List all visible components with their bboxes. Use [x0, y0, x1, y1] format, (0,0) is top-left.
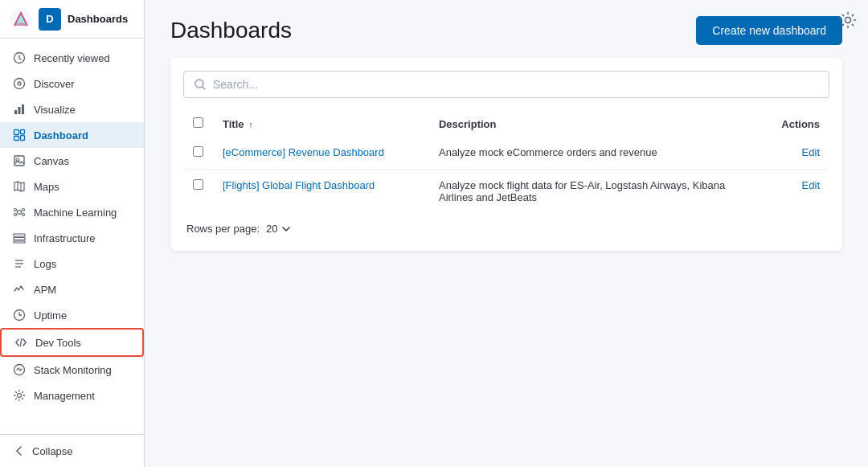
dashboard-icon — [13, 129, 26, 141]
select-all-checkbox-cell — [183, 111, 213, 137]
row2-description: Analyze mock flight data for ES-Air, Log… — [439, 179, 725, 203]
sidebar-item-label: Maps — [34, 181, 59, 193]
devtools-icon — [14, 336, 27, 349]
apm-icon — [13, 283, 26, 296]
row2-edit-button[interactable]: Edit — [802, 179, 820, 191]
sidebar-item-label: Stack Monitoring — [34, 364, 112, 376]
row1-checkbox-cell — [183, 137, 213, 170]
sidebar-item-label: Logs — [34, 258, 56, 270]
page-header: Dashboards Create new dashboard — [145, 0, 868, 58]
row1-description-cell: Analyze mock eCommerce orders and revenu… — [429, 137, 735, 170]
title-column-header[interactable]: Title ↑ — [213, 111, 429, 137]
svg-rect-25 — [14, 238, 25, 240]
app-icon: D — [39, 8, 61, 31]
sidebar-item-recently-viewed[interactable]: Recently viewed — [0, 45, 144, 71]
sidebar-app-title: Dashboards — [68, 13, 128, 25]
svg-point-16 — [14, 209, 17, 211]
row1-edit-button[interactable]: Edit — [802, 146, 820, 158]
row2-actions-cell: Edit — [735, 170, 829, 214]
create-dashboard-button[interactable]: Create new dashboard — [696, 16, 842, 45]
table-header-row: Title ↑ Description Actions — [183, 111, 829, 137]
rows-per-page-value: 20 — [266, 223, 277, 235]
svg-point-18 — [14, 214, 17, 216]
rows-per-page-bar: Rows per page: 20 — [183, 213, 829, 238]
monitoring-icon — [13, 363, 26, 376]
svg-rect-10 — [21, 136, 25, 141]
rows-per-page-label: Rows per page: — [186, 223, 260, 235]
search-input[interactable] — [213, 78, 819, 91]
sidebar-item-label: APM — [34, 284, 56, 296]
sidebar-item-dashboard[interactable]: Dashboard — [0, 122, 144, 148]
sidebar-item-uptime[interactable]: Uptime — [0, 302, 144, 328]
uptime-icon — [13, 309, 26, 322]
actions-col-label: Actions — [781, 118, 820, 130]
management-icon — [13, 389, 26, 402]
compass-icon — [13, 77, 26, 90]
sidebar-item-canvas[interactable]: Canvas — [0, 148, 144, 174]
rows-per-page-select[interactable]: 20 — [266, 223, 290, 235]
main-content: Dashboards Create new dashboard Title ↑ — [145, 0, 868, 467]
chart-icon — [13, 103, 26, 116]
actions-column-header: Actions — [735, 111, 829, 137]
collapse-icon — [13, 444, 26, 457]
sort-asc-icon: ↑ — [248, 120, 253, 129]
sidebar-item-discover[interactable]: Discover — [0, 71, 144, 96]
sidebar-item-infrastructure[interactable]: Infrastructure — [0, 225, 144, 251]
row2-title-cell: [Flights] Global Flight Dashboard — [213, 170, 429, 214]
svg-rect-6 — [22, 104, 24, 114]
row1-title-link[interactable]: [eCommerce] Revenue Dashboard — [223, 146, 384, 158]
row2-checkbox[interactable] — [193, 179, 203, 190]
sidebar-item-apm[interactable]: APM — [0, 277, 144, 302]
kibana-logo-icon — [10, 8, 32, 31]
svg-rect-26 — [14, 241, 25, 243]
chevron-down-icon — [281, 224, 291, 234]
sidebar-item-label: Discover — [34, 78, 75, 90]
row1-description: Analyze mock eCommerce orders and revenu… — [439, 146, 657, 158]
svg-point-19 — [23, 214, 25, 216]
row1-checkbox[interactable] — [193, 146, 203, 157]
svg-rect-4 — [14, 110, 17, 114]
ml-icon — [13, 206, 26, 219]
search-bar — [183, 71, 829, 98]
sidebar-item-label: Dev Tools — [35, 337, 81, 349]
svg-line-36 — [203, 87, 205, 89]
svg-point-17 — [23, 209, 25, 211]
sidebar-item-machine-learning[interactable]: Machine Learning — [0, 199, 144, 225]
sidebar-item-label: Uptime — [34, 309, 67, 322]
logs-icon — [13, 257, 26, 270]
map-icon — [13, 180, 26, 193]
svg-rect-7 — [14, 130, 19, 135]
collapse-label: Collapse — [32, 445, 73, 457]
canvas-icon — [13, 154, 26, 167]
svg-rect-5 — [18, 107, 21, 114]
svg-line-22 — [18, 213, 18, 214]
svg-line-20 — [18, 211, 18, 212]
select-all-checkbox[interactable] — [193, 117, 203, 128]
svg-point-15 — [18, 211, 22, 215]
sidebar-item-dev-tools[interactable]: Dev Tools — [0, 328, 144, 357]
sidebar-item-label: Visualize — [34, 104, 76, 116]
svg-rect-24 — [14, 234, 25, 236]
svg-rect-9 — [21, 130, 25, 134]
infra-icon — [13, 231, 26, 244]
description-column-header: Description — [429, 111, 735, 137]
sidebar-item-visualize[interactable]: Visualize — [0, 96, 144, 122]
row1-title-cell: [eCommerce] Revenue Dashboard — [213, 137, 429, 170]
desc-col-label: Description — [439, 118, 497, 130]
settings-button[interactable] — [839, 11, 857, 29]
svg-line-23 — [21, 213, 22, 214]
svg-line-31 — [20, 338, 22, 346]
sidebar-item-label: Recently viewed — [34, 52, 110, 64]
sidebar: D Dashboards Recently viewed Discover Vi… — [0, 0, 145, 467]
svg-point-34 — [845, 18, 851, 23]
row2-title-link[interactable]: [Flights] Global Flight Dashboard — [223, 179, 375, 191]
svg-point-33 — [18, 394, 22, 398]
search-icon — [194, 78, 207, 91]
svg-line-21 — [21, 211, 22, 212]
sidebar-item-label: Infrastructure — [34, 232, 96, 244]
sidebar-item-management[interactable]: Management — [0, 383, 144, 408]
sidebar-item-maps[interactable]: Maps — [0, 174, 144, 199]
sidebar-collapse-button[interactable]: Collapse — [0, 434, 144, 467]
sidebar-item-logs[interactable]: Logs — [0, 251, 144, 277]
sidebar-item-stack-monitoring[interactable]: Stack Monitoring — [0, 357, 144, 383]
